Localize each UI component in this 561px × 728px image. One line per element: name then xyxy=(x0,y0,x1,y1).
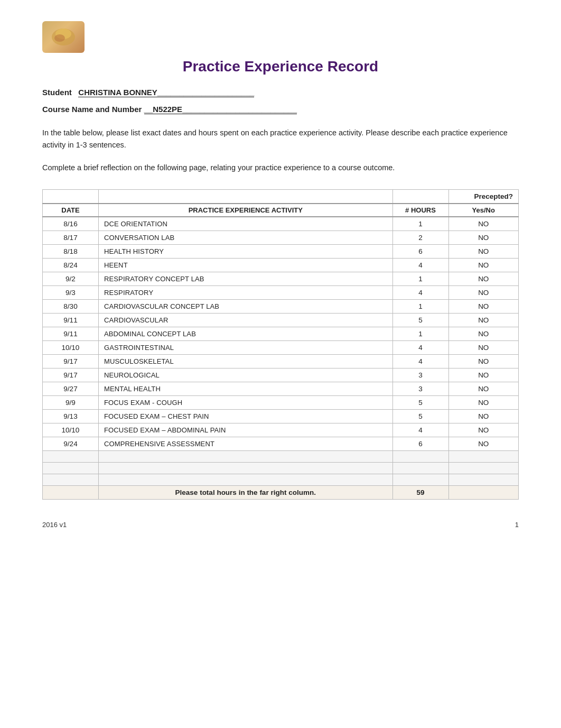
row-activity: CARDIOVASCULAR CONCEPT LAB xyxy=(99,299,393,313)
row-hours: 4 xyxy=(392,340,448,354)
empty-row xyxy=(43,450,519,462)
table-row: 9/11 CARDIOVASCULAR 5 NO xyxy=(43,313,519,327)
row-date: 9/24 xyxy=(43,437,99,450)
table-row: 10/10 GASTROINTESTINAL 4 NO xyxy=(43,340,519,354)
table-header-precepted-row: Precepted? xyxy=(43,189,519,204)
row-hours: 4 xyxy=(392,258,448,272)
row-activity: HEALTH HISTORY xyxy=(99,244,393,258)
row-hours: 5 xyxy=(392,409,448,423)
row-precepted: NO xyxy=(448,368,519,382)
row-activity: FOCUSED EXAM – ABDOMINAL PAIN xyxy=(99,423,393,437)
instructions-para1: In the table below, please list exact da… xyxy=(42,127,519,151)
table-row: 8/16 DCE ORIENTATION 1 NO xyxy=(43,217,519,231)
header-activity-empty xyxy=(99,189,393,204)
row-activity: CONVERSATION LAB xyxy=(99,231,393,244)
row-hours: 2 xyxy=(392,231,448,244)
row-precepted: NO xyxy=(448,299,519,313)
row-date: 9/17 xyxy=(43,368,99,382)
row-activity: NEUROLOGICAL xyxy=(99,368,393,382)
row-precepted: NO xyxy=(448,244,519,258)
table-body: 8/16 DCE ORIENTATION 1 NO 8/17 CONVERSAT… xyxy=(43,217,519,500)
row-hours: 5 xyxy=(392,313,448,327)
row-date: 9/13 xyxy=(43,409,99,423)
row-hours: 1 xyxy=(392,272,448,285)
row-hours: 1 xyxy=(392,327,448,340)
header-hours: # HOURS xyxy=(392,204,448,217)
total-label: Please total hours in the far right colu… xyxy=(99,485,393,499)
row-hours: 3 xyxy=(392,382,448,395)
row-precepted: NO xyxy=(448,395,519,409)
row-precepted: NO xyxy=(448,258,519,272)
row-precepted: NO xyxy=(448,354,519,368)
header-precepted-top: Precepted? xyxy=(448,189,519,204)
table-row: 9/9 FOCUS EXAM - COUGH 5 NO xyxy=(43,395,519,409)
table-row: 10/10 FOCUSED EXAM – ABDOMINAL PAIN 4 NO xyxy=(43,423,519,437)
row-hours: 5 xyxy=(392,395,448,409)
row-hours: 1 xyxy=(392,299,448,313)
row-precepted: NO xyxy=(448,272,519,285)
row-precepted: NO xyxy=(448,423,519,437)
row-date: 8/17 xyxy=(43,231,99,244)
student-line: Student CHRISTINA BONNEY________________… xyxy=(42,88,519,97)
table-row: 9/3 RESPIRATORY 4 NO xyxy=(43,285,519,299)
row-date: 10/10 xyxy=(43,340,99,354)
table-row: 8/30 CARDIOVASCULAR CONCEPT LAB 1 NO xyxy=(43,299,519,313)
row-date: 10/10 xyxy=(43,423,99,437)
table-row: 9/17 NEUROLOGICAL 3 NO xyxy=(43,368,519,382)
row-activity: GASTROINTESTINAL xyxy=(99,340,393,354)
row-precepted: NO xyxy=(448,327,519,340)
table-row: 8/17 CONVERSATION LAB 2 NO xyxy=(43,231,519,244)
practice-table: Precepted? DATE PRACTICE EXPERIENCE ACTI… xyxy=(42,189,519,500)
row-date: 8/24 xyxy=(43,258,99,272)
empty-row xyxy=(43,474,519,485)
student-name: CHRISTINA BONNEY______________________ xyxy=(78,88,254,97)
svg-point-2 xyxy=(54,34,65,42)
course-line: Course Name and Number __N522PE_________… xyxy=(42,105,519,114)
table-row: 9/11 ABDOMINAL CONCEPT LAB 1 NO xyxy=(43,327,519,340)
course-value: __N522PE__________________________ xyxy=(144,105,297,114)
page-footer: 2016 v1 1 xyxy=(42,521,519,529)
table-row: 9/27 MENTAL HEALTH 3 NO xyxy=(43,382,519,395)
row-date: 9/2 xyxy=(43,272,99,285)
header-activity: PRACTICE EXPERIENCE ACTIVITY xyxy=(99,204,393,217)
table-row: 8/18 HEALTH HISTORY 6 NO xyxy=(43,244,519,258)
header-date: DATE xyxy=(43,204,99,217)
row-precepted: NO xyxy=(448,340,519,354)
row-date: 8/18 xyxy=(43,244,99,258)
row-activity: DCE ORIENTATION xyxy=(99,217,393,231)
total-label-empty xyxy=(43,485,99,499)
row-date: 8/16 xyxy=(43,217,99,231)
row-activity: MUSCULOSKELETAL xyxy=(99,354,393,368)
row-precepted: NO xyxy=(448,231,519,244)
row-date: 9/17 xyxy=(43,354,99,368)
row-date: 9/9 xyxy=(43,395,99,409)
row-activity: RESPIRATORY xyxy=(99,285,393,299)
row-precepted: NO xyxy=(448,285,519,299)
row-date: 9/11 xyxy=(43,313,99,327)
row-activity: FOCUSED EXAM – CHEST PAIN xyxy=(99,409,393,423)
row-date: 9/11 xyxy=(43,327,99,340)
student-label: Student xyxy=(42,88,72,97)
row-hours: 3 xyxy=(392,368,448,382)
row-activity: HEENT xyxy=(99,258,393,272)
header-precepted-bottom: Yes/No xyxy=(448,204,519,217)
table-row: 9/13 FOCUSED EXAM – CHEST PAIN 5 NO xyxy=(43,409,519,423)
row-activity: FOCUS EXAM - COUGH xyxy=(99,395,393,409)
table-row: 9/17 MUSCULOSKELETAL 4 NO xyxy=(43,354,519,368)
table-row: 9/24 COMPREHENSIVE ASSESSMENT 6 NO xyxy=(43,437,519,450)
table-row: 9/2 RESPIRATORY CONCEPT LAB 1 NO xyxy=(43,272,519,285)
row-precepted: NO xyxy=(448,409,519,423)
total-row: Please total hours in the far right colu… xyxy=(43,485,519,499)
logo-area xyxy=(42,21,519,53)
row-activity: MENTAL HEALTH xyxy=(99,382,393,395)
header-date-empty xyxy=(43,189,99,204)
instructions-para2: Complete a brief reflection on the follo… xyxy=(42,162,519,174)
logo-image xyxy=(42,21,85,53)
page-number: 1 xyxy=(515,521,519,529)
row-hours: 1 xyxy=(392,217,448,231)
row-hours: 4 xyxy=(392,423,448,437)
row-date: 9/3 xyxy=(43,285,99,299)
row-hours: 4 xyxy=(392,354,448,368)
version-label: 2016 v1 xyxy=(42,521,67,529)
total-precepted-empty xyxy=(448,485,519,499)
